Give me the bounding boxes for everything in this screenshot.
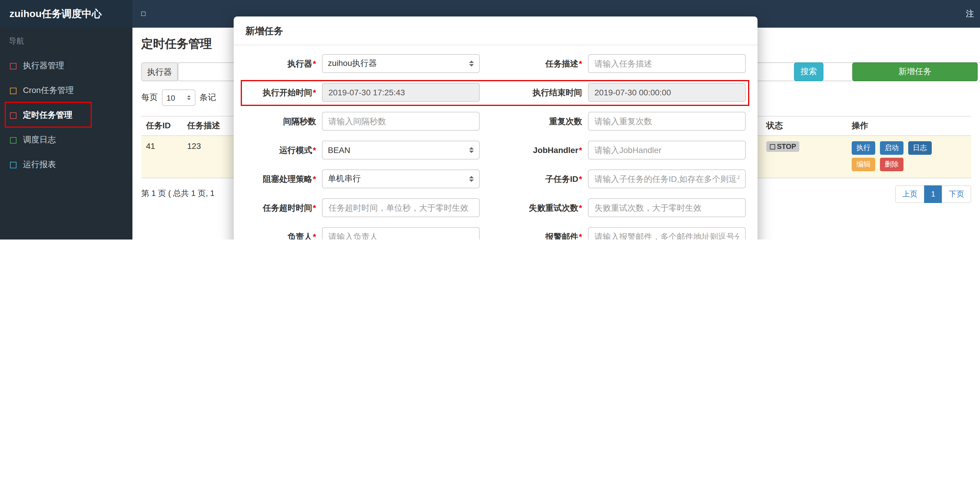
alarm-email-input[interactable] <box>588 227 746 240</box>
app-root: zuihou任务调度中心 □ 注销 导航 执行器管理 Cron任务管理 定时任务… <box>0 0 980 240</box>
required-marker: * <box>579 145 582 155</box>
executor-label: 执行器* <box>245 54 322 73</box>
child-job-id-input[interactable] <box>588 169 746 188</box>
menu-square-icon <box>10 137 16 143</box>
start-button[interactable]: 启动 <box>880 141 904 155</box>
per-page-prefix: 每页 <box>141 92 158 103</box>
pagination-summary: 第 1 页 ( 总共 1 页, 1 <box>141 188 215 199</box>
search-button[interactable]: 搜索 <box>794 62 823 81</box>
required-marker: * <box>579 232 582 240</box>
sidebar: 导航 执行器管理 Cron任务管理 定时任务管理 调度日志 运行报表 <box>0 28 132 240</box>
sidebar-toggle-icon[interactable]: □ <box>141 0 146 28</box>
required-marker: * <box>579 174 582 184</box>
page-title: 定时任务管理 <box>141 36 212 52</box>
form-row-block-strategy: 阻塞处理策略* 单机串行 子任务ID* <box>245 169 746 188</box>
repeat-count-input[interactable] <box>588 112 746 130</box>
col-header-actions: 操作 <box>847 116 971 135</box>
status-square-icon <box>770 144 775 149</box>
current-page-button[interactable]: 1 <box>924 185 942 203</box>
col-header-job-id: 任务ID <box>141 116 183 135</box>
sidebar-item-label: 运行报表 <box>23 159 56 170</box>
sidebar-item-label: 定时任务管理 <box>23 110 72 121</box>
job-desc-input[interactable] <box>588 54 746 73</box>
logout-link[interactable]: 注销 <box>966 0 980 28</box>
required-marker: * <box>579 203 582 212</box>
modal-header: 新增任务 <box>234 16 757 45</box>
prev-page-button[interactable]: 上页 <box>895 185 925 203</box>
required-marker: * <box>313 88 316 97</box>
per-page-control: 每页 10 条记 <box>141 89 216 106</box>
form-row-executor: 执行器* zuihou执行器 任务描述* <box>245 54 746 73</box>
sidebar-item-run-report[interactable]: 运行报表 <box>0 153 132 177</box>
next-page-button[interactable]: 下页 <box>942 185 971 203</box>
add-job-button[interactable]: 新增任务 <box>852 62 978 81</box>
sidebar-item-executor-management[interactable]: 执行器管理 <box>0 54 132 78</box>
job-desc-label: 任务描述* <box>480 54 588 73</box>
form-row-owner: 负责人* 报警邮件* <box>245 227 746 240</box>
form-row-interval: 间隔秒数 重复次数 <box>245 112 746 130</box>
modal-title: 新增任务 <box>245 25 746 38</box>
alarm-email-label: 报警邮件* <box>480 227 588 240</box>
start-time-label: 执行开始时间* <box>245 83 322 102</box>
block-strategy-select[interactable]: 单机串行 <box>322 169 480 188</box>
menu-square-icon <box>10 162 16 168</box>
end-time-label: 执行结束时间 <box>480 83 588 102</box>
form-row-run-mode: 运行模式* BEAN JobHandler* <box>245 141 746 159</box>
select-arrows-icon <box>469 147 474 153</box>
required-marker: * <box>313 59 316 68</box>
interval-input[interactable] <box>322 112 480 130</box>
col-header-status: 状态 <box>762 116 847 135</box>
run-mode-label: 运行模式* <box>245 141 322 159</box>
repeat-count-label: 重复次数 <box>480 112 588 130</box>
required-marker: * <box>313 232 316 240</box>
delete-button[interactable]: 删除 <box>880 158 904 171</box>
timeout-label: 任务超时时间* <box>245 198 322 217</box>
sidebar-item-scheduled-task-management[interactable]: 定时任务管理 <box>0 103 132 128</box>
owner-input[interactable] <box>322 227 480 240</box>
required-marker: * <box>313 203 316 212</box>
select-arrows-icon <box>469 60 474 67</box>
select-arrows-icon <box>187 95 191 100</box>
form-row-time: 执行开始时间* 执行结束时间 <box>245 83 746 102</box>
status-text: STOP <box>777 142 796 151</box>
start-time-input[interactable] <box>322 83 480 102</box>
sidebar-item-label: 执行器管理 <box>23 60 64 71</box>
menu-square-icon <box>10 63 16 69</box>
run-mode-select-value: BEAN <box>328 145 350 155</box>
job-handler-label: JobHandler* <box>480 141 588 159</box>
sidebar-item-label: 调度日志 <box>23 135 56 145</box>
executor-filter-label: 执行器 <box>141 62 178 81</box>
job-handler-input[interactable] <box>588 141 746 159</box>
pagination: 上页 1 下页 <box>895 185 971 203</box>
required-marker: * <box>579 59 582 68</box>
log-button[interactable]: 日志 <box>908 141 932 155</box>
sidebar-item-label: Cron任务管理 <box>23 85 74 96</box>
executor-select[interactable]: zuihou执行器 <box>322 54 480 73</box>
sidebar-nav-label: 导航 <box>0 28 132 54</box>
cell-job-id: 41 <box>141 136 183 178</box>
menu-square-icon <box>10 112 16 119</box>
run-button[interactable]: 执行 <box>852 141 875 155</box>
block-strategy-select-value: 单机串行 <box>328 173 361 184</box>
modal-body: 执行器* zuihou执行器 任务描述* 执行开始时间* 执行结束时间 间隔秒数… <box>234 45 757 240</box>
required-marker: * <box>313 145 316 155</box>
run-mode-select[interactable]: BEAN <box>322 141 480 159</box>
form-row-timeout: 任务超时时间* 失败重试次数* <box>245 198 746 217</box>
executor-select-value: zuihou执行器 <box>328 58 377 69</box>
owner-label: 负责人* <box>245 227 322 240</box>
menu-square-icon <box>10 88 16 94</box>
app-title: zuihou任务调度中心 <box>0 0 132 28</box>
timeout-input[interactable] <box>322 198 480 217</box>
select-arrows-icon <box>469 176 474 182</box>
edit-button[interactable]: 编辑 <box>852 158 875 171</box>
end-time-input[interactable] <box>588 83 746 102</box>
required-marker: * <box>313 174 316 184</box>
status-badge: STOP <box>766 141 800 152</box>
cell-actions: 执行 启动 日志 编辑 删除 <box>847 136 971 178</box>
add-job-modal: 新增任务 执行器* zuihou执行器 任务描述* 执行开始时间* 执行结束时间… <box>234 16 757 240</box>
block-strategy-label: 阻塞处理策略* <box>245 169 322 188</box>
sidebar-item-schedule-log[interactable]: 调度日志 <box>0 128 132 153</box>
fail-retry-input[interactable] <box>588 198 746 217</box>
per-page-select[interactable]: 10 <box>162 89 196 106</box>
sidebar-item-cron-task-management[interactable]: Cron任务管理 <box>0 78 132 103</box>
